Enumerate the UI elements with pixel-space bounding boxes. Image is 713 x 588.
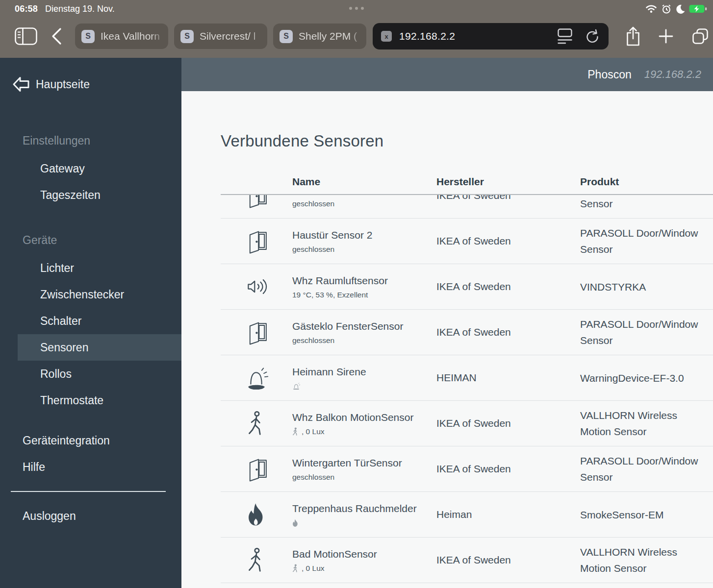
air-quality-icon: [221, 264, 292, 309]
app-header: Phoscon 192.168.2.2: [181, 58, 713, 91]
page-favicon: x: [381, 31, 392, 42]
flame-small-icon: [292, 519, 299, 527]
new-tab-button[interactable]: [658, 28, 674, 44]
table-row[interactable]: Whz Balkon MotionSensor , 0 Lux IKEA of …: [221, 401, 713, 446]
sensor-product: VINDSTYRKA: [580, 264, 713, 309]
motion-sensor-icon: [221, 538, 292, 583]
main-content: Verbundene Sensoren Name Hersteller Prod…: [181, 91, 713, 588]
sensor-name-cell: geschlossen: [292, 195, 436, 218]
reload-button[interactable]: [586, 29, 599, 44]
sensor-name: Treppenhaus Rauchmelder: [292, 502, 436, 515]
sensor-name: Wintergarten TürSensor: [292, 456, 436, 469]
sidebar-nav: EinstellungenGatewayTageszeitenGeräteLic…: [0, 134, 181, 414]
sidebar-item-gateway[interactable]: Gateway: [18, 155, 181, 182]
sensor-state: geschlossen: [292, 245, 436, 254]
sensor-vendor: IKEA of Sweden: [436, 463, 580, 475]
sidebar-item-rollos[interactable]: Rollos: [18, 361, 181, 387]
sensor-state: geschlossen: [292, 473, 436, 482]
table-row[interactable]: Gästeklo FensterSensor geschlossen IKEA …: [221, 310, 713, 355]
browser-tab[interactable]: S Ikea Vallhorn: [75, 24, 168, 49]
sensor-state: , 0 Lux: [292, 427, 436, 436]
table-row[interactable]: Heimann Sirene HEIMAN WarningDevice-EF-3…: [221, 355, 713, 401]
tab-overview-button[interactable]: [692, 28, 709, 45]
sidebar-toggle-button[interactable]: [15, 27, 37, 45]
sidebar-item-gerateintegration[interactable]: Geräteintegration: [0, 427, 181, 454]
sensor-name: Whz Balkon MotionSensor: [292, 411, 436, 424]
sensor-product: PARASOLL Door/Window Sensor: [580, 195, 713, 218]
column-name: Name: [292, 176, 436, 188]
back-arrow-icon: [12, 75, 30, 93]
siren-small-icon: [292, 382, 300, 391]
browser-toolbar: S Ikea Vallhorn S Silvercrest/ l S Shell…: [0, 20, 713, 53]
table-row[interactable]: geschlossen IKEA of Sweden PARASOLL Door…: [221, 195, 713, 219]
tab-favicon: S: [180, 30, 194, 43]
sensor-name: [292, 195, 436, 196]
sidebar-item-tageszeiten[interactable]: Tageszeiten: [18, 182, 181, 208]
browser-tab[interactable]: S Shelly 2PM (: [273, 24, 366, 49]
sensor-vendor: IKEA of Sweden: [436, 417, 580, 429]
moon-icon: [676, 4, 685, 14]
sensor-name-cell: Bad MotionSensor , 0 Lux: [292, 538, 436, 583]
tab-title: Ikea Vallhorn: [101, 30, 165, 42]
sensor-product: SmokeSensor-EM: [580, 492, 713, 537]
sensor-state: 19 °C, 53 %, Exzellent: [292, 291, 436, 299]
table-row[interactable]: Haustür Sensor 2 geschlossen IKEA of Swe…: [221, 219, 713, 264]
sensor-name: Haustür Sensor 2: [292, 228, 436, 242]
ellipsis-menu-icon[interactable]: [349, 7, 364, 10]
door-sensor-icon: [221, 219, 292, 264]
table-row[interactable]: Whz Raumluftsensor 19 °C, 53 %, Exzellen…: [221, 264, 713, 310]
table-row[interactable]: Treppenhaus Rauchmelder Heiman SmokeSens…: [221, 492, 713, 538]
sidebar-toggle-icon: [15, 27, 37, 45]
table-row[interactable]: Bad MotionSensor , 0 Lux IKEA of Sweden …: [221, 538, 713, 583]
sidebar-item-zwischenstecker[interactable]: Zwischenstecker: [18, 281, 181, 308]
url-text: 192.168.2.2: [399, 30, 455, 42]
reader-icon: [558, 28, 572, 45]
sidebar-item-thermostate[interactable]: Thermostate: [18, 387, 181, 414]
sensor-vendor: IKEA of Sweden: [436, 554, 580, 566]
sidebar-item-sensoren[interactable]: Sensoren: [18, 334, 181, 361]
host-address: 192.168.2.2: [644, 68, 701, 81]
page-format-button[interactable]: [558, 28, 572, 45]
share-button[interactable]: [625, 26, 641, 47]
browser-tab[interactable]: S Silvercrest/ l: [174, 24, 267, 49]
sensor-name-cell: Haustür Sensor 2 geschlossen: [292, 219, 436, 264]
siren-icon: [221, 355, 292, 400]
sensor-vendor: IKEA of Sweden: [436, 195, 580, 201]
sensor-name-cell: Whz Raumluftsensor 19 °C, 53 %, Exzellen…: [292, 264, 436, 309]
person-small-icon: [292, 564, 299, 573]
smoke-sensor-icon: [221, 492, 292, 537]
table-row[interactable]: Wintergarten TürSensor geschlossen IKEA …: [221, 446, 713, 492]
sidebar-item-schalter[interactable]: Schalter: [18, 308, 181, 334]
logout-button[interactable]: Ausloggen: [0, 503, 181, 529]
home-label: Hauptseite: [36, 78, 90, 91]
sidebar-home-button[interactable]: Hauptseite: [0, 58, 181, 93]
plus-icon: [658, 28, 674, 44]
status-date: Dienstag 19. Nov.: [45, 4, 115, 14]
sidebar-item-lichter[interactable]: Lichter: [18, 255, 181, 281]
sensor-name-cell: Whz Balkon MotionSensor , 0 Lux: [292, 401, 436, 446]
tab-favicon: S: [280, 30, 293, 43]
sidebar-item-hilfe[interactable]: Hilfe: [0, 454, 181, 480]
tabs-icon: [692, 28, 709, 45]
sensor-product: VALLHORN Wireless Motion Sensor: [580, 538, 713, 583]
person-small-icon: [292, 427, 299, 436]
tab-favicon: S: [81, 30, 95, 43]
sensor-name-cell: Wintergarten TürSensor geschlossen: [292, 446, 436, 491]
sensor-vendor: Heiman: [436, 509, 580, 520]
sensor-name: Heimann Sirene: [292, 365, 436, 378]
sidebar: Hauptseite EinstellungenGatewayTageszeit…: [0, 58, 181, 588]
battery-charging-icon: [689, 4, 707, 14]
sensor-vendor: HEIMAN: [436, 372, 580, 384]
sensor-name: Whz Raumluftsensor: [292, 274, 436, 287]
address-bar[interactable]: x 192.168.2.2: [373, 23, 609, 49]
tab-title: Shelly 2PM (: [299, 30, 363, 42]
back-button[interactable]: [51, 27, 62, 46]
sensor-state: geschlossen: [292, 336, 436, 345]
status-time: 06:58: [15, 4, 38, 14]
sensor-name-cell: Gästeklo FensterSensor geschlossen: [292, 310, 436, 355]
sidebar-divider: [11, 491, 166, 492]
brand-label: Phoscon: [587, 68, 632, 81]
sensor-product: VALLHORN Wireless Motion Sensor: [580, 401, 713, 446]
sensor-product: PARASOLL Door/Window Sensor: [580, 219, 713, 264]
door-sensor-icon: [221, 310, 292, 355]
